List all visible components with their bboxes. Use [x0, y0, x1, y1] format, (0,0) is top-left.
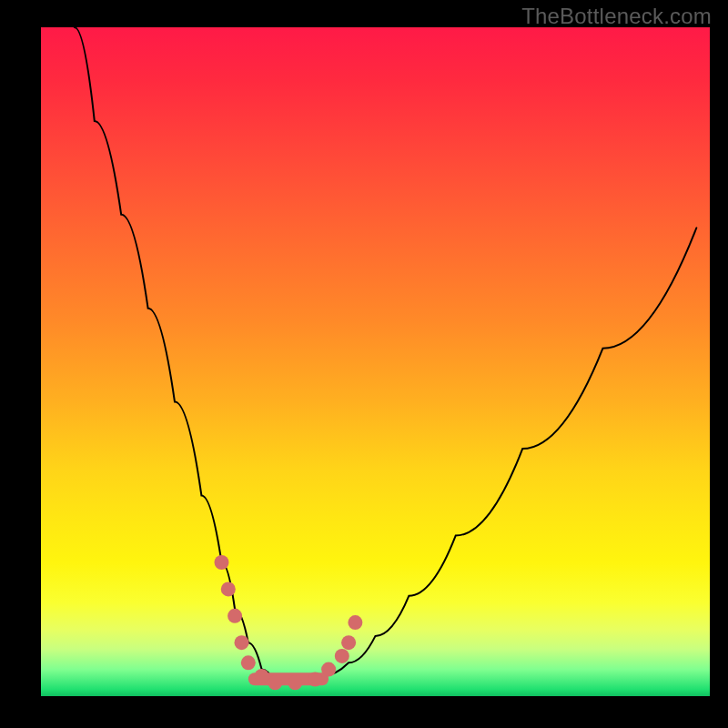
plot-area — [41, 27, 710, 696]
highlight-marker — [228, 609, 242, 623]
highlight-marker — [235, 635, 249, 650]
highlight-marker — [255, 669, 269, 683]
highlight-marker — [348, 615, 362, 630]
highlight-marker — [288, 675, 302, 690]
highlight-marker — [308, 672, 322, 687]
bottleneck-curve — [75, 27, 697, 682]
highlight-marker — [215, 555, 229, 570]
highlight-marker — [335, 649, 349, 663]
chart-frame: TheBottleneck.com — [0, 0, 728, 728]
chart-svg — [41, 27, 710, 696]
highlight-marker — [321, 662, 336, 677]
highlight-marker — [241, 655, 256, 670]
highlight-marker — [221, 581, 236, 596]
attribution-label: TheBottleneck.com — [521, 4, 712, 29]
highlight-marker — [268, 675, 282, 690]
highlight-marker — [341, 635, 356, 650]
